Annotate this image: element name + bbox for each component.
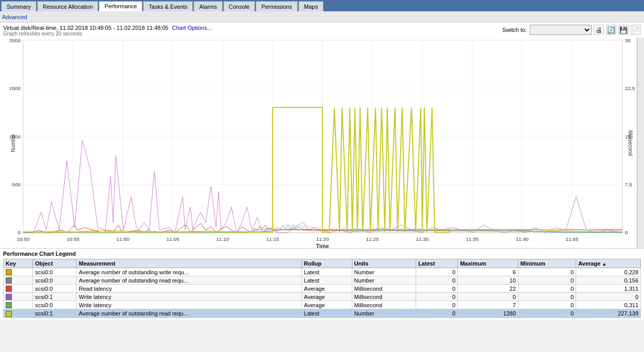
col-object[interactable]: Object [33,259,77,268]
svg-text:22,5: 22,5 [625,85,635,91]
svg-text:Time: Time [316,243,329,248]
units-cell: Millisecond [352,293,416,301]
svg-text:11:30: 11:30 [416,236,429,242]
table-row[interactable]: scsi0:1 Write latency Average Millisecon… [4,293,641,301]
latest-cell: 0 [416,309,458,318]
chart-controls: Switch to: 🖨 🔄 💾 📄 [502,25,641,35]
svg-text:0: 0 [17,230,21,235]
latest-cell: 0 [416,301,458,309]
svg-text:7,5: 7,5 [625,182,632,187]
svg-text:15: 15 [625,134,631,139]
col-latest[interactable]: Latest [416,259,458,268]
tab-maps[interactable]: Maps [298,1,324,11]
svg-text:11:25: 11:25 [366,236,379,242]
chart-title: Virtual disk/Real-time, 11.02.2018 10:48… [3,25,502,31]
measurement-cell: Average number of outstanding read requ.… [77,309,302,318]
chart-scrollbar[interactable] [637,38,644,248]
svg-text:1000: 1000 [9,134,21,139]
key-cell [4,301,33,309]
switch-to-label: Switch to: [502,27,527,33]
svg-text:11:00: 11:00 [117,236,130,242]
print-button[interactable]: 🖨 [594,25,604,35]
key-cell [4,268,33,276]
svg-text:500: 500 [12,182,21,187]
maximum-cell: 22 [458,285,518,293]
average-cell: 0 [576,293,641,301]
chart-header: Virtual disk/Real-time, 11.02.2018 10:48… [0,23,644,38]
rollup-cell: Latest [301,309,352,318]
svg-text:11:40: 11:40 [516,236,529,242]
table-row[interactable]: scsi0:0 Average number of outstanding re… [4,276,641,285]
legend-section: Performance Chart Legend Key Object Meas… [0,249,644,320]
average-cell: 0,156 [576,276,641,285]
tab-permissions[interactable]: Permissions [256,1,298,11]
minimum-cell: 0 [518,301,576,309]
legend-title: Performance Chart Legend [3,251,641,257]
tab-tasks-events[interactable]: Tasks & Events [143,1,193,11]
measurement-cell: Average number of outstanding read requ.… [77,276,302,285]
object-cell: scsi0:0 [33,276,77,285]
key-color-box [6,277,12,284]
key-cell [4,293,33,301]
switch-to-dropdown[interactable] [530,25,592,35]
measurement-cell: Write latency [77,293,302,301]
average-cell: 0,311 [576,301,641,309]
tab-alarms[interactable]: Alarms [193,1,222,11]
svg-text:11:15: 11:15 [266,236,279,242]
latest-cell: 0 [416,285,458,293]
rollup-cell: Average [301,301,352,309]
tab-console[interactable]: Console [223,1,255,11]
maximum-cell: 0 [458,293,518,301]
chart-container: Number Millisecond 2000 1500 1000 500 0 … [0,38,644,249]
save-button[interactable]: 💾 [618,25,629,35]
average-cell: 227,139 [576,309,641,318]
col-units[interactable]: Units [352,259,416,268]
performance-table: Key Object Measurement Rollup Units Late… [3,259,641,318]
table-header-row: Key Object Measurement Rollup Units Late… [4,259,641,268]
units-cell: Number [352,268,416,276]
key-color-box [6,269,12,275]
maximum-cell: 10 [458,276,518,285]
col-key[interactable]: Key [4,259,33,268]
table-row[interactable]: scsi0:0 Average number of outstanding wr… [4,268,641,276]
table-row[interactable]: scsi0:0 Write latency Average Millisecon… [4,301,641,309]
key-color-box [6,286,12,292]
tab-summary[interactable]: Summary [1,1,37,11]
col-minimum[interactable]: Minimum [518,259,576,268]
object-cell: scsi0:0 [33,285,77,293]
col-measurement[interactable]: Measurement [77,259,302,268]
tab-resource-allocation[interactable]: Resource Allocation [37,1,98,11]
export-button[interactable]: 📄 [631,25,641,35]
col-rollup[interactable]: Rollup [301,259,352,268]
maximum-cell: 1280 [458,309,518,318]
chart-options-link[interactable]: Chart Options... [172,25,212,31]
col-maximum[interactable]: Maximum [458,259,518,268]
advanced-link[interactable]: Advanced [2,14,27,20]
latest-cell: 0 [416,268,458,276]
svg-text:1500: 1500 [9,85,21,91]
svg-text:0: 0 [625,230,628,235]
svg-text:11:10: 11:10 [217,236,229,242]
table-row[interactable]: scsi0:1 Average number of outstanding re… [4,309,641,318]
key-cell [4,276,33,285]
average-cell: 0,228 [576,268,641,276]
units-cell: Millisecond [352,285,416,293]
maximum-cell: 6 [458,268,518,276]
svg-text:30: 30 [625,38,631,43]
key-cell [4,285,33,293]
table-row[interactable]: scsi0:0 Read latency Average Millisecond… [4,285,641,293]
chart-subtitle: Graph refreshes every 20 seconds [3,31,502,37]
col-average[interactable]: Average ▲ [576,259,641,268]
key-color-box [6,311,12,317]
table-wrapper[interactable]: Key Object Measurement Rollup Units Late… [3,259,641,318]
tab-performance[interactable]: Performance [99,1,142,11]
measurement-cell: Write latency [77,301,302,309]
chart-svg: 2000 1500 1000 500 0 30 22,5 15 7,5 0 10… [0,38,644,248]
average-cell: 1,311 [576,285,641,293]
minimum-cell: 0 [518,268,576,276]
units-cell: Millisecond [352,301,416,309]
svg-text:10:50: 10:50 [17,236,30,242]
units-cell: Number [352,276,416,285]
svg-text:11:45: 11:45 [566,236,579,242]
refresh-button[interactable]: 🔄 [606,25,616,35]
